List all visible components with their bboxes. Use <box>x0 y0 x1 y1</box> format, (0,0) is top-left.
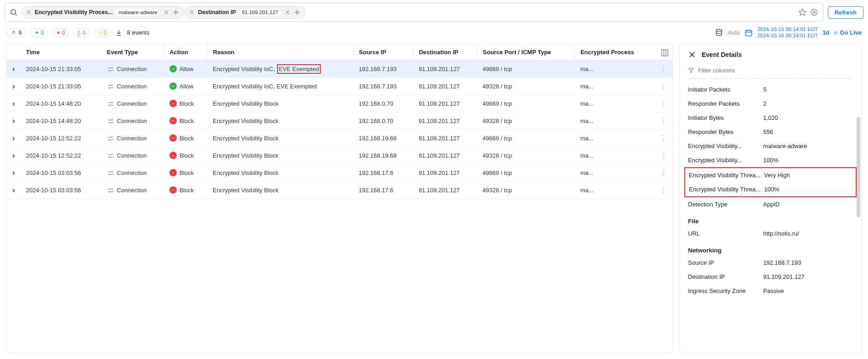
row-menu-icon[interactable]: ⋮ <box>654 147 673 164</box>
favorite-icon[interactable] <box>798 8 806 16</box>
column-header[interactable]: Time <box>21 44 102 61</box>
table-row[interactable]: › 2024-10-15 14:48:20 Connection −Block … <box>7 112 673 129</box>
table-row[interactable]: › 2024-10-15 03:03:56 Connection −Block … <box>7 164 673 181</box>
action-badge-icon: − <box>169 134 177 142</box>
table-row[interactable]: ‹ 2024-10-15 21:33:05 Connection →Allow … <box>7 60 673 77</box>
table-row[interactable]: › 2024-10-15 03:03:56 Connection −Block … <box>7 181 673 199</box>
time-range[interactable]: 2024-10-15 00:14:01 EDT 2024-10-16 00:14… <box>757 26 818 39</box>
add-value-icon[interactable] <box>293 8 302 17</box>
refresh-button[interactable]: Refresh <box>828 6 863 19</box>
database-icon[interactable] <box>715 29 723 37</box>
cell-time: 2024-10-15 03:03:56 <box>21 181 102 199</box>
row-menu-icon[interactable]: ⋮ <box>654 112 673 129</box>
cell-dest-ip: 91.109.201.127 <box>413 60 477 77</box>
column-header[interactable]: Source Port / ICMP Type <box>477 44 575 61</box>
stat-red-pill[interactable]: ♥0 <box>52 28 69 37</box>
column-header[interactable]: Event Type <box>102 44 164 61</box>
cell-source-ip: 192.168.7.193 <box>353 60 413 77</box>
column-header[interactable]: Source IP <box>353 44 413 61</box>
cell-port: 49328 / tcp <box>477 77 575 95</box>
connection-icon <box>107 101 114 107</box>
chip-value: malware-adware <box>115 9 160 15</box>
cell-time: 2024-10-15 21:33:05 <box>21 60 102 77</box>
clear-all-icon[interactable] <box>810 8 818 16</box>
cell-action: −Block <box>164 181 207 199</box>
action-badge-icon: − <box>169 186 177 194</box>
column-picker-icon[interactable] <box>661 49 669 57</box>
filter-chip[interactable]: Encrypted Visibility Proces... malware-a… <box>21 6 185 19</box>
duration-label[interactable]: 1d <box>822 29 829 36</box>
filter-columns-row[interactable] <box>688 64 853 79</box>
filter-chip[interactable]: Destination IP 91.109.201.127 <box>185 6 305 19</box>
expand-row-toggle[interactable]: › <box>7 95 21 112</box>
cell-event-type: Connection <box>102 60 164 77</box>
go-live-button[interactable]: Go Live <box>834 29 862 36</box>
event-details-panel: Event Details Initiator Packets5Responde… <box>679 44 862 354</box>
stat-yellow-pill[interactable]: ⌂0 <box>94 28 111 37</box>
detail-value: 192.168.7.193 <box>763 259 853 266</box>
remove-chip-icon[interactable] <box>26 9 32 15</box>
cell-event-type: Connection <box>102 77 164 95</box>
detail-label: Initiator Bytes <box>688 114 763 121</box>
expand-row-toggle[interactable]: › <box>7 77 21 95</box>
remove-chip-icon[interactable] <box>189 9 195 15</box>
events-count-label: 8 events <box>127 29 149 36</box>
detail-value: 556 <box>763 128 853 135</box>
row-menu-icon[interactable]: ⋮ <box>654 60 673 77</box>
expand-row-toggle[interactable]: › <box>7 164 21 181</box>
row-menu-icon[interactable]: ⋮ <box>654 95 673 112</box>
cell-process: ma... <box>575 147 654 164</box>
stat-doc-pill[interactable]: ▯0 <box>73 28 90 37</box>
detail-label: URL <box>688 230 763 237</box>
row-menu-icon[interactable]: ⋮ <box>654 164 673 181</box>
cell-reason: Encrypted Visibility Block <box>207 147 353 164</box>
expand-row-toggle[interactable]: › <box>7 181 21 199</box>
action-badge-icon: − <box>169 100 177 107</box>
cell-time: 2024-10-15 12:52:22 <box>21 129 102 147</box>
cell-dest-ip: 91.109.201.127 <box>413 77 477 95</box>
action-badge-icon: → <box>169 65 177 72</box>
connection-icon <box>107 188 114 193</box>
column-header[interactable]: Encrypted Process <box>575 44 654 61</box>
expand-row-toggle[interactable]: › <box>7 129 21 147</box>
column-header[interactable]: Reason <box>207 44 353 61</box>
detail-value: 91.109.201.127 <box>763 273 853 280</box>
detail-row: Source IP192.168.7.193 <box>680 256 861 270</box>
filter-bar[interactable]: Encrypted Visibility Proces... malware-a… <box>5 3 823 22</box>
add-value-icon[interactable] <box>171 8 180 17</box>
detail-value: Very High <box>764 172 852 179</box>
cell-source-ip: 192.168.7.193 <box>353 77 413 95</box>
action-badge-icon: → <box>169 82 177 90</box>
column-header[interactable]: Destination IP <box>413 44 477 61</box>
cell-dest-ip: 91.109.201.127 <box>413 164 477 181</box>
search-icon[interactable] <box>10 8 18 16</box>
stat-total-pill[interactable]: 8 <box>6 28 26 37</box>
auto-label[interactable]: Auto <box>728 29 740 36</box>
stat-green-pill[interactable]: ✦0 <box>31 28 48 37</box>
row-menu-icon[interactable]: ⋮ <box>654 129 673 147</box>
cell-time: 2024-10-15 12:52:22 <box>21 147 102 164</box>
calendar-icon[interactable] <box>745 29 753 37</box>
table-row[interactable]: › 2024-10-15 21:33:05 Connection →Allow … <box>7 77 673 95</box>
row-menu-icon[interactable]: ⋮ <box>654 181 673 199</box>
column-header[interactable]: Action <box>164 44 207 61</box>
cell-dest-ip: 91.109.201.127 <box>413 112 477 129</box>
row-menu-icon[interactable]: ⋮ <box>654 77 673 95</box>
filter-columns-input[interactable] <box>698 67 853 74</box>
download-icon[interactable] <box>115 29 123 36</box>
expand-row-toggle[interactable]: › <box>7 112 21 129</box>
cell-process: ma... <box>575 95 654 112</box>
scrollbar[interactable] <box>857 117 860 217</box>
close-details-icon[interactable] <box>688 51 696 59</box>
remove-value-icon[interactable] <box>163 9 169 15</box>
cell-port: 49669 / tcp <box>477 95 575 112</box>
expand-row-toggle[interactable]: › <box>7 147 21 164</box>
table-row[interactable]: › 2024-10-15 12:52:22 Connection −Block … <box>7 147 673 164</box>
action-badge-icon: − <box>169 169 177 176</box>
table-row[interactable]: › 2024-10-15 14:48:20 Connection −Block … <box>7 95 673 112</box>
table-row[interactable]: › 2024-10-15 12:52:22 Connection −Block … <box>7 129 673 147</box>
remove-value-icon[interactable] <box>284 9 291 15</box>
expand-row-toggle[interactable]: ‹ <box>7 60 21 77</box>
chip-label: Destination IP <box>198 9 236 15</box>
detail-label: Ingress Security Zone <box>688 287 763 294</box>
